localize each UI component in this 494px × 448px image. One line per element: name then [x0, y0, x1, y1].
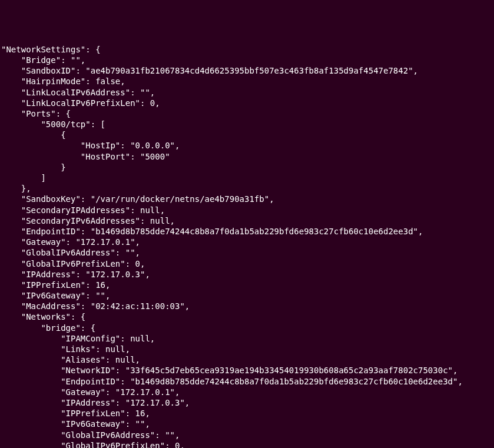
- terminal-line: "SecondaryIPAddresses": null,: [1, 205, 493, 215]
- terminal-line: "Gateway": "172.17.0.1",: [1, 387, 493, 397]
- terminal-line: "GlobalIPv6Address": "",: [1, 430, 493, 440]
- terminal-line: "Aliases": null,: [1, 354, 493, 365]
- terminal-line: "MacAddress": "02:42:ac:11:00:03",: [1, 301, 493, 311]
- terminal-line: "IPv6Gateway": "",: [1, 290, 493, 301]
- terminal-line: },: [1, 183, 493, 194]
- terminal-line: {: [1, 130, 493, 140]
- terminal-line: "SandboxKey": "/var/run/docker/netns/ae4…: [1, 194, 493, 204]
- terminal-line: ]: [1, 172, 493, 183]
- terminal-line: "EndpointID": "b1469d8b785dde74244c8b8a7…: [1, 376, 493, 387]
- terminal-line: "GlobalIPv6PrefixLen": 0,: [1, 258, 493, 269]
- terminal-line: "GlobalIPv6PrefixLen": 0,: [1, 440, 493, 448]
- terminal-line: "EndpointID": "b1469d8b785dde74244c8b8a7…: [1, 226, 493, 237]
- terminal-line: "LinkLocalIPv6PrefixLen": 0,: [1, 98, 493, 108]
- terminal-line: "IPv6Gateway": "",: [1, 419, 493, 429]
- terminal-line: "GlobalIPv6Address": "",: [1, 247, 493, 258]
- terminal-output: "NetworkSettings": { "Bridge": "", "Sand…: [1, 44, 493, 448]
- terminal-line: "IPAddress": "172.17.0.3",: [1, 397, 493, 408]
- terminal-line: "HairpinMode": false,: [1, 76, 493, 87]
- terminal-line: }: [1, 162, 493, 172]
- terminal-line: "Ports": {: [1, 108, 493, 119]
- terminal-line: "Bridge": "",: [1, 55, 493, 65]
- terminal-line: "NetworkID": "33f645c5d7eb65cea9319ae194…: [1, 365, 493, 376]
- terminal-line: "IPAddress": "172.17.0.3",: [1, 269, 493, 280]
- terminal-line: "IPPrefixLen": 16,: [1, 408, 493, 419]
- terminal-line: "IPPrefixLen": 16,: [1, 280, 493, 290]
- terminal-line: "IPAMConfig": null,: [1, 333, 493, 344]
- terminal-line: "HostPort": "5000": [1, 151, 493, 162]
- terminal-line: "5000/tcp": [: [1, 119, 493, 130]
- terminal-line: "LinkLocalIPv6Address": "",: [1, 87, 493, 98]
- terminal-line: "HostIp": "0.0.0.0",: [1, 140, 493, 151]
- terminal-line: "SecondaryIPv6Addresses": null,: [1, 215, 493, 226]
- terminal-line: "Networks": {: [1, 311, 493, 322]
- terminal-line: "NetworkSettings": {: [1, 44, 493, 55]
- terminal-line: "SandboxID": "ae4b790a31fb21067834cd4d66…: [1, 65, 493, 76]
- terminal-line: "bridge": {: [1, 323, 493, 333]
- terminal-line: "Gateway": "172.17.0.1",: [1, 237, 493, 247]
- terminal-line: "Links": null,: [1, 344, 493, 354]
